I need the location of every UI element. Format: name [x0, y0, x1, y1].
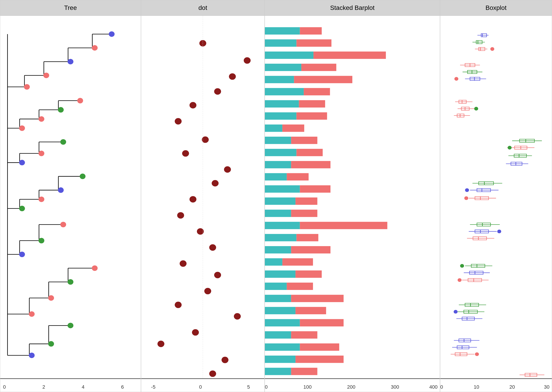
tree-axis: 0 2 4 6 — [0, 378, 141, 392]
svg-point-228 — [458, 278, 462, 282]
svg-rect-115 — [291, 137, 318, 144]
dot-axis-n5: -5 — [151, 384, 156, 390]
svg-point-90 — [234, 313, 241, 320]
svg-point-224 — [460, 264, 464, 268]
dot-content — [141, 16, 264, 378]
dot-axis-0: 0 — [199, 384, 202, 390]
boxplot-svg — [440, 16, 552, 378]
svg-rect-136 — [265, 270, 296, 278]
barplot-title: Stacked Barplot — [265, 0, 440, 16]
svg-point-73 — [244, 57, 251, 64]
svg-point-82 — [190, 196, 197, 203]
svg-point-47 — [92, 45, 98, 51]
svg-point-57 — [19, 160, 25, 165]
svg-rect-149 — [300, 343, 339, 351]
svg-rect-122 — [265, 185, 300, 193]
svg-rect-123 — [300, 185, 331, 193]
svg-point-68 — [29, 311, 35, 317]
svg-rect-128 — [265, 222, 300, 229]
svg-point-183 — [474, 107, 478, 110]
svg-point-48 — [68, 59, 73, 64]
svg-rect-150 — [265, 356, 296, 363]
svg-rect-138 — [265, 283, 287, 290]
tree-title: Tree — [0, 0, 141, 16]
svg-rect-96 — [265, 27, 300, 35]
svg-rect-139 — [287, 283, 313, 290]
barplot-content — [265, 16, 440, 378]
svg-rect-121 — [287, 173, 309, 181]
svg-point-75 — [214, 88, 221, 95]
svg-rect-127 — [291, 210, 318, 217]
dot-panel: dot — [141, 0, 265, 392]
svg-point-56 — [38, 151, 44, 156]
svg-point-80 — [224, 166, 231, 173]
tree-panel: Tree — [0, 0, 141, 392]
svg-rect-119 — [291, 161, 331, 168]
svg-rect-101 — [313, 51, 386, 59]
svg-point-66 — [68, 279, 73, 285]
barplot-axis-200: 200 — [347, 384, 355, 390]
svg-point-93 — [221, 357, 228, 363]
svg-rect-143 — [296, 307, 326, 315]
svg-rect-152 — [265, 368, 291, 375]
svg-rect-142 — [265, 307, 296, 315]
svg-point-64 — [19, 252, 25, 257]
svg-point-88 — [204, 288, 211, 294]
barplot-axis-100: 100 — [303, 384, 312, 390]
svg-rect-134 — [265, 258, 283, 266]
tree-content — [0, 16, 141, 378]
svg-rect-141 — [291, 295, 344, 302]
svg-rect-137 — [296, 270, 322, 278]
svg-point-61 — [19, 206, 25, 211]
svg-point-55 — [60, 139, 66, 145]
svg-rect-103 — [301, 64, 336, 71]
boxplot-axis-0: 0 — [440, 384, 443, 390]
svg-rect-107 — [304, 88, 330, 96]
svg-rect-106 — [265, 88, 304, 96]
svg-rect-118 — [265, 161, 291, 168]
svg-point-94 — [209, 371, 216, 377]
svg-point-67 — [48, 295, 54, 301]
barplot-panel: Stacked Barplot — [265, 0, 440, 392]
barplot-axis-400: 400 — [429, 384, 438, 390]
dot-axis: -5 0 5 — [141, 378, 264, 392]
boxplot-content — [440, 16, 552, 378]
svg-rect-125 — [296, 198, 317, 205]
svg-point-87 — [214, 272, 221, 278]
boxplot-title: Boxplot — [440, 0, 552, 16]
svg-point-190 — [508, 146, 512, 149]
svg-rect-132 — [265, 246, 291, 253]
svg-rect-131 — [296, 234, 318, 241]
svg-point-81 — [212, 180, 219, 187]
svg-point-214 — [497, 230, 501, 233]
tree-svg — [0, 16, 141, 378]
svg-rect-110 — [265, 112, 296, 120]
tree-axis-0: 0 — [3, 384, 6, 390]
svg-point-163 — [490, 47, 495, 51]
svg-rect-151 — [296, 356, 344, 363]
svg-point-63 — [38, 238, 44, 243]
svg-rect-145 — [300, 319, 344, 327]
svg-rect-140 — [265, 295, 291, 302]
svg-point-77 — [175, 118, 182, 125]
svg-point-89 — [175, 302, 182, 308]
svg-point-86 — [180, 260, 187, 267]
svg-point-51 — [77, 98, 83, 103]
main-container: Tree — [0, 0, 552, 392]
svg-point-70 — [48, 341, 54, 347]
tree-axis-2: 2 — [42, 384, 45, 390]
svg-point-65 — [92, 266, 98, 271]
boxplot-axis-20: 20 — [510, 384, 515, 390]
svg-point-79 — [182, 150, 189, 157]
svg-point-92 — [157, 341, 164, 347]
svg-point-53 — [38, 116, 44, 122]
barplot-axis: 0 100 200 300 400 — [265, 378, 440, 392]
svg-point-50 — [24, 84, 30, 90]
svg-rect-114 — [265, 137, 291, 144]
svg-point-74 — [229, 73, 236, 80]
svg-point-52 — [58, 107, 64, 113]
boxplot-axis: 0 10 20 30 — [440, 378, 552, 392]
svg-rect-109 — [299, 100, 325, 108]
svg-rect-148 — [265, 343, 300, 351]
svg-point-83 — [177, 212, 184, 219]
